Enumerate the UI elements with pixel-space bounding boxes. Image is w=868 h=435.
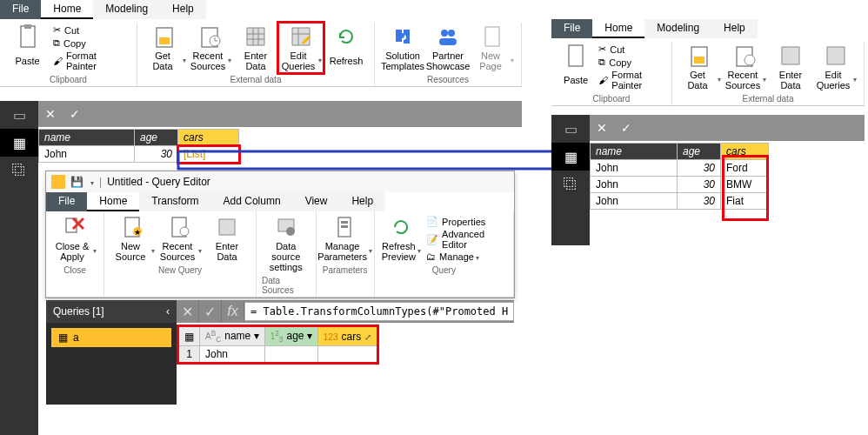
get-data-button[interactable]: Get Data xyxy=(143,23,188,73)
cancel-icon[interactable]: ✕ xyxy=(38,107,63,121)
col-age[interactable]: age xyxy=(678,144,721,160)
svg-rect-0 xyxy=(21,26,35,47)
close-apply-icon xyxy=(63,215,87,239)
qe-tab-help[interactable]: Help xyxy=(339,192,385,211)
tab-home[interactable]: Home xyxy=(592,19,644,38)
partner-showcase-button[interactable]: Partner Showcase xyxy=(425,23,471,73)
tab-help[interactable]: Help xyxy=(160,0,206,19)
table-row[interactable]: 1 John xyxy=(179,346,377,363)
copy-button[interactable]: ⧉Copy xyxy=(598,57,663,68)
col-cars[interactable]: cars xyxy=(178,130,239,146)
edit-queries-button[interactable]: Edit Queries xyxy=(813,42,858,92)
get-data-button[interactable]: Get Data xyxy=(678,42,723,92)
data-view-button[interactable]: ▦ xyxy=(0,129,38,157)
col-age[interactable]: age xyxy=(135,130,178,146)
table-icon: ▦ xyxy=(58,331,68,344)
commit-icon[interactable]: ✓ xyxy=(63,107,87,121)
qe-enter-data-button[interactable]: Enter Data xyxy=(204,213,250,264)
edit-queries-button[interactable]: Edit Queries xyxy=(278,23,324,73)
model-view-button[interactable]: ⿻ xyxy=(551,171,590,198)
refresh-button[interactable]: Refresh xyxy=(324,23,369,73)
edit-queries-icon xyxy=(289,24,313,49)
copy-icon: ⧉ xyxy=(53,37,60,49)
qe-tab-addcolumn[interactable]: Add Column xyxy=(211,192,293,211)
cut-button[interactable]: ✂Cut xyxy=(53,24,128,36)
manage-icon: 🗂 xyxy=(426,251,436,262)
fx-icon[interactable]: fx xyxy=(222,300,244,323)
formula-input[interactable] xyxy=(244,302,514,321)
recent-sources-button[interactable]: Recent Sources xyxy=(723,42,768,92)
svg-text:★: ★ xyxy=(134,228,141,237)
tab-file[interactable]: File xyxy=(551,19,592,38)
enter-data-icon xyxy=(244,24,268,49)
manage-parameters-button[interactable]: Manage Parameters xyxy=(322,213,369,264)
params-icon xyxy=(333,215,357,239)
save-icon[interactable]: 💾 xyxy=(70,176,83,188)
manage-button[interactable]: 🗂Manage xyxy=(426,251,504,262)
svg-rect-35 xyxy=(782,47,799,64)
collapse-icon[interactable]: ‹ xyxy=(166,305,170,318)
clipboard-icon xyxy=(564,44,588,68)
qe-tab-view[interactable]: View xyxy=(293,192,340,211)
solution-templates-button[interactable]: Solution Templates xyxy=(380,23,425,73)
ribbon: Paste ✂Cut ⧉Copy 🖌Format Painter Clipboa… xyxy=(0,19,522,87)
tab-help[interactable]: Help xyxy=(711,19,758,38)
qe-formula-bar: ✕ ✓ fx xyxy=(177,300,514,323)
query-item[interactable]: ▦a xyxy=(51,328,171,347)
commit-icon[interactable]: ✓ xyxy=(614,121,638,135)
settings-icon xyxy=(274,215,298,239)
qe-tab-transform[interactable]: Transform xyxy=(139,192,210,211)
refresh-icon xyxy=(389,215,413,239)
recent-sources-button[interactable]: Recent Sources xyxy=(188,23,233,73)
view-switcher: ▭ ▦ ⿻ xyxy=(0,101,38,435)
commit-icon[interactable]: ✓ xyxy=(199,300,222,323)
qe-tab-file[interactable]: File xyxy=(46,192,87,211)
qe-tab-home[interactable]: Home xyxy=(87,192,139,211)
new-page-button[interactable]: New Page xyxy=(471,23,516,73)
paste-button[interactable]: Paste xyxy=(5,23,50,73)
cut-button[interactable]: ✂Cut xyxy=(598,44,663,55)
formula-bar: ✕ ✓ xyxy=(38,101,522,127)
col-age[interactable]: 123age ▾ xyxy=(264,327,317,346)
tab-home[interactable]: Home xyxy=(41,0,93,19)
close-apply-button[interactable]: Close & Apply xyxy=(51,213,98,264)
new-source-button[interactable]: ★New Source xyxy=(110,213,157,264)
report-view-button[interactable]: ▭ xyxy=(0,101,38,129)
tab-modeling[interactable]: Modeling xyxy=(644,19,711,38)
list-cell[interactable]: [List] xyxy=(178,146,239,163)
col-name[interactable]: ABCname ▾ xyxy=(200,327,265,346)
group-external: External data xyxy=(230,75,282,84)
enter-data-icon xyxy=(215,215,239,239)
data-view-button[interactable]: ▦ xyxy=(551,143,590,171)
svg-point-26 xyxy=(286,227,295,236)
brush-icon: 🖌 xyxy=(598,75,608,85)
refresh-preview-button[interactable]: Refresh Preview xyxy=(380,213,424,264)
properties-button[interactable]: 📄Properties xyxy=(426,216,504,227)
advanced-editor-button[interactable]: 📝Advanced Editor xyxy=(426,229,504,250)
corner-icon[interactable]: ▦ xyxy=(179,327,200,346)
cancel-icon[interactable]: ✕ xyxy=(590,121,614,135)
format-painter-button[interactable]: 🖌Format Painter xyxy=(598,70,663,90)
format-painter-button[interactable]: 🖌Format Painter xyxy=(53,50,128,71)
enter-data-button[interactable]: Enter Data xyxy=(768,42,813,92)
refresh-icon xyxy=(334,24,358,49)
enter-data-button[interactable]: Enter Data xyxy=(233,23,278,73)
tab-modeling[interactable]: Modeling xyxy=(93,0,160,19)
paste-button[interactable]: Paste xyxy=(557,42,595,92)
expand-icon[interactable]: ⤢ xyxy=(364,332,371,342)
preview-grid: ▦ ABCname ▾ 123age ▾ 123cars ⤢ 1 John xyxy=(178,326,377,363)
svg-rect-1 xyxy=(24,24,31,29)
col-name[interactable]: name xyxy=(39,130,135,146)
col-cars[interactable]: 123cars ⤢ xyxy=(317,327,377,346)
data-source-settings-button[interactable]: Data source settings xyxy=(263,213,310,274)
qe-recent-sources-button[interactable]: Recent Sources xyxy=(157,213,204,264)
new-source-icon: ★ xyxy=(121,215,145,239)
properties-icon: 📄 xyxy=(426,216,438,227)
col-name[interactable]: name xyxy=(591,144,678,160)
cancel-icon[interactable]: ✕ xyxy=(177,300,199,323)
tab-file[interactable]: File xyxy=(0,0,41,19)
table-row[interactable]: John 30 [List] xyxy=(39,146,239,163)
model-view-button[interactable]: ⿻ xyxy=(0,157,38,184)
report-view-button[interactable]: ▭ xyxy=(551,115,590,143)
copy-button[interactable]: ⧉Copy xyxy=(53,37,128,49)
